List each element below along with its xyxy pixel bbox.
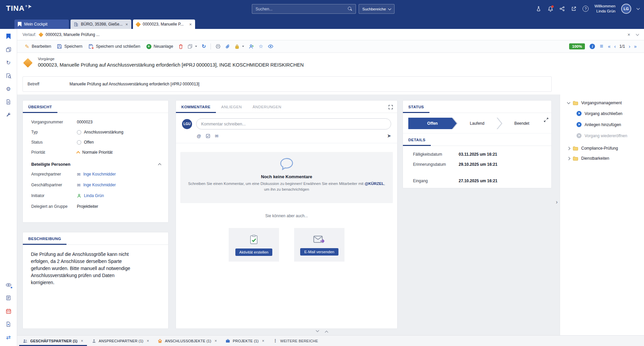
search-scope-button[interactable]: Suchbereiche: [359, 4, 395, 14]
send-email-button[interactable]: E-Mail versenden: [300, 248, 338, 256]
quick-action-activity[interactable]: Aktivität erstellen: [229, 228, 279, 262]
fullscreen-icon[interactable]: [388, 105, 393, 111]
edit-button[interactable]: ✎ Bearbeiten: [22, 40, 54, 52]
copy-pages-icon[interactable]: [5, 46, 12, 53]
lock-button[interactable]: [232, 40, 246, 52]
chevron-right-icon[interactable]: [567, 157, 570, 160]
save-button[interactable]: Speichern: [54, 40, 85, 52]
print-button[interactable]: [213, 40, 223, 52]
action-anliegen-hinzufuegen[interactable]: Anliegen hinzufügen: [577, 119, 637, 130]
settings-gear-icon[interactable]: ⚙: [5, 85, 12, 92]
user-menu-chevron-icon[interactable]: [637, 7, 640, 10]
help-icon[interactable]: ?: [583, 6, 589, 12]
collapse-up-icon[interactable]: [325, 331, 328, 334]
comment-input[interactable]: [196, 118, 391, 129]
create-activity-button[interactable]: Aktivität erstellen: [235, 248, 273, 256]
collapse-chevron-icon[interactable]: [158, 163, 162, 167]
tab-status[interactable]: STATUS: [403, 101, 429, 113]
bottom-tab-ansprechpartner[interactable]: ANSPRECHPARTNER (1) ×: [88, 336, 153, 346]
betreff-field[interactable]: Betreff Manuelle Prüfung auf Anschlussve…: [22, 76, 552, 92]
close-icon[interactable]: ×: [125, 22, 128, 27]
copy-button[interactable]: [185, 40, 199, 52]
refresh-button[interactable]: ↻: [199, 40, 209, 52]
bottom-tab-weitere-bereiche[interactable]: ⋮ WEITERE BEREICHE: [269, 336, 322, 346]
bottom-tab-projekte[interactable]: PROJEKTE (1) ×: [221, 336, 269, 346]
tab-mein-cockpit[interactable]: Mein Cockpit: [14, 20, 69, 29]
status-step-laufend[interactable]: Laufend: [453, 118, 501, 129]
tab-anliegen[interactable]: ANLIEGEN: [216, 101, 247, 113]
action-vorgang-abschliessen[interactable]: Vorgang abschließen: [577, 108, 637, 119]
search-input[interactable]: [256, 7, 348, 11]
tab-vorgang-0000023[interactable]: 0000023, Manuelle P... ×: [133, 20, 195, 29]
documents-icon[interactable]: [5, 99, 12, 105]
tree-group-vorgangsmanagement[interactable]: Vorgangsmanagement: [567, 98, 637, 108]
radio-icon[interactable]: [77, 140, 81, 145]
bottom-tab-anschlussobjekte[interactable]: ANSCHLUSSOBJEKTE (1) ×: [153, 336, 221, 346]
tree-group-dienstbarkeiten[interactable]: Dienstbarkeiten: [567, 153, 637, 163]
close-icon[interactable]: ×: [147, 339, 149, 343]
assign-person-button[interactable]: [246, 40, 256, 52]
flask-icon[interactable]: [536, 6, 542, 12]
watchlist-eye-icon[interactable]: ★: [5, 281, 12, 288]
nav-last-button[interactable]: »: [634, 44, 637, 49]
radio-icon[interactable]: [77, 130, 81, 134]
person-link[interactable]: Inge Koschmidder: [83, 172, 116, 177]
new-document-icon[interactable]: [5, 321, 12, 328]
nav-first-button[interactable]: «: [608, 44, 610, 49]
bottom-tab-geschaeftspartner[interactable]: GESCHÄFTSPARTNER (1) ×: [18, 336, 88, 346]
sync-icon[interactable]: ⇄: [5, 334, 12, 341]
person-link[interactable]: Linda Grün: [84, 193, 104, 198]
attachment-button[interactable]: [223, 40, 232, 52]
delete-button[interactable]: [176, 40, 185, 52]
expand-icon[interactable]: [544, 117, 549, 124]
history-icon[interactable]: ↻: [5, 59, 12, 66]
tab-aenderungen[interactable]: ÄNDERUNGEN: [247, 101, 287, 113]
global-search[interactable]: [252, 4, 356, 14]
tools-wrench-icon[interactable]: [5, 112, 12, 118]
verlauf-current-item[interactable]: 0000023, Manuelle Prüfung ...: [46, 32, 100, 37]
tab-buero[interactable]: BÜRO, 35398, Gieße... ×: [71, 20, 131, 29]
close-icon[interactable]: ×: [189, 22, 192, 27]
external-link-icon[interactable]: [571, 6, 577, 12]
notifications-bell-icon[interactable]: [547, 6, 553, 12]
chevron-down-icon[interactable]: [567, 101, 570, 104]
share-icon[interactable]: [559, 6, 565, 12]
chevron-right-icon[interactable]: [567, 147, 570, 150]
email-icon[interactable]: ✉: [215, 133, 219, 139]
close-icon[interactable]: ×: [262, 339, 264, 343]
close-icon[interactable]: ×: [81, 339, 83, 343]
tina-logo[interactable]: TINA®: [6, 4, 32, 13]
notes-icon[interactable]: [5, 295, 12, 301]
tab-beschreibung[interactable]: BESCHREIBUNG: [23, 232, 66, 245]
status-step-offen[interactable]: Offen: [408, 118, 457, 129]
favorite-button[interactable]: ☆: [256, 40, 265, 52]
person-link[interactable]: Inge Koschmidder: [83, 183, 116, 187]
search-icon[interactable]: [348, 7, 352, 11]
document-search-icon[interactable]: [5, 72, 12, 79]
calendar-icon[interactable]: [5, 308, 12, 314]
mention-icon[interactable]: @: [197, 133, 201, 139]
tab-details[interactable]: DETAILS: [403, 133, 431, 146]
info-icon[interactable]: i: [590, 44, 595, 49]
status-step-beendet[interactable]: Beendet: [498, 118, 546, 129]
quick-action-email[interactable]: E-Mail versenden: [294, 228, 344, 262]
aktionen-collapse-chevron[interactable]: ›: [554, 197, 559, 207]
hamburger-menu-icon[interactable]: ≡: [600, 43, 603, 50]
send-icon[interactable]: ➤: [387, 133, 391, 139]
close-icon[interactable]: ×: [215, 339, 217, 343]
nav-prev-button[interactable]: ‹: [614, 44, 616, 49]
tree-group-compliance-pruefung[interactable]: Compliance-Prüfung: [567, 143, 637, 153]
verlauf-expand-chevron-icon[interactable]: [636, 32, 639, 36]
verlauf-close-icon[interactable]: ×: [628, 32, 630, 37]
new-record-button[interactable]: + Neuanlage: [143, 40, 176, 52]
tab-uebersicht[interactable]: ÜBERSICHT: [23, 101, 57, 113]
tab-kommentare[interactable]: KOMMENTARE: [176, 101, 216, 113]
checklist-icon[interactable]: [206, 134, 210, 138]
watch-button[interactable]: [266, 40, 276, 52]
save-close-button[interactable]: Speichern und schließen: [86, 40, 143, 52]
beteiligte-personen-heading[interactable]: Beteiligte Personen: [23, 157, 168, 169]
nav-next-button[interactable]: ›: [629, 44, 631, 49]
zoom-badge[interactable]: 100%: [569, 43, 585, 49]
user-avatar[interactable]: LG: [621, 4, 631, 14]
bookmarks-icon[interactable]: [5, 33, 12, 40]
